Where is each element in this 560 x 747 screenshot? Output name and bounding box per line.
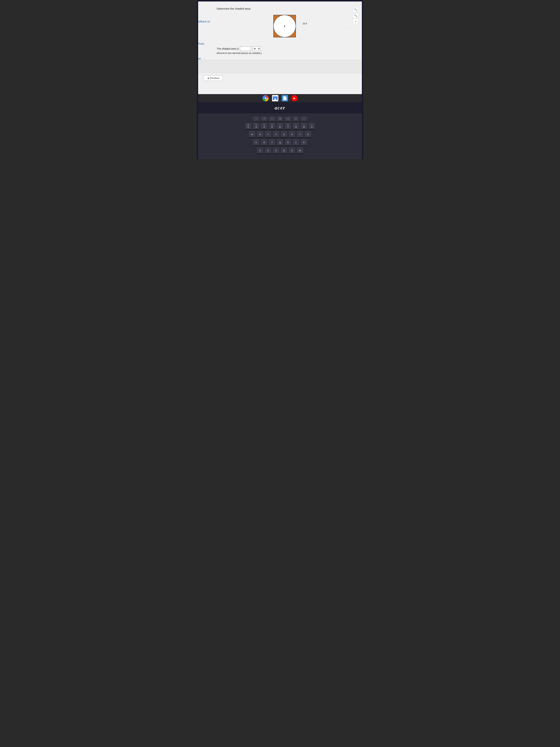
youtube-taskbar-icon[interactable]: ▶ (291, 95, 298, 101)
files-taskbar-icon[interactable]: 📄 (282, 95, 288, 101)
diagram-svg: 16 ft (272, 13, 301, 43)
key-9[interactable]: (9 (300, 123, 308, 130)
dimension-label: 16 ft (302, 22, 307, 25)
key-n[interactable]: n (289, 147, 296, 154)
key-v[interactable]: v (273, 147, 279, 154)
key-r[interactable]: r (265, 131, 272, 138)
key-w[interactable]: w (249, 131, 256, 138)
gmail-taskbar-icon[interactable] (272, 95, 278, 101)
number-row: @2 #3 $4 %5 ^6 &7 *8 (9 (200, 123, 360, 130)
key-refresh[interactable]: ↺ (261, 116, 268, 122)
key-multiwindow[interactable]: ⊞ (276, 116, 284, 122)
unit-select[interactable]: ft² ft in² in (252, 47, 261, 51)
key-0[interactable]: )0 (308, 123, 315, 130)
key-search[interactable]: ⌕ (300, 116, 308, 122)
key-x[interactable]: x (257, 147, 264, 154)
diagram-container: 16 ft (217, 13, 356, 43)
key-8[interactable]: *8 (292, 123, 299, 130)
answer-label: The shaded area is (217, 47, 239, 50)
fn-row: → ↺ □ ⊞ ◯ ◎ ⌕ (200, 116, 360, 122)
key-y[interactable]: y (281, 131, 288, 138)
key-h[interactable]: h (285, 139, 292, 146)
gray-area (198, 60, 362, 73)
chrome-taskbar-icon[interactable] (262, 95, 269, 101)
answer-row: The shaded area is ft² ft in² in (217, 47, 356, 51)
asdf-row: s d f g h j k (200, 139, 360, 146)
key-i[interactable]: i (296, 131, 303, 138)
key-f[interactable]: f (268, 139, 275, 146)
round-note: (Round to two decimal places as needed.) (217, 52, 356, 54)
main-content: Determine the shaded area. 16 ft (217, 7, 356, 54)
key-t[interactable]: t (273, 131, 279, 138)
key-7[interactable]: &7 (285, 123, 292, 130)
key-k[interactable]: k (300, 139, 308, 146)
key-4[interactable]: $4 (261, 123, 268, 130)
key-3[interactable]: #3 (252, 123, 260, 130)
web-content: edback on Tools se 🔍 🔍 ↗ ..... Determine… (198, 1, 362, 94)
previous-button[interactable]: ◄ Previous (204, 75, 222, 81)
zxcv-row: x c v b n m (200, 147, 360, 154)
key-5[interactable]: %5 (268, 123, 275, 130)
zoom-in-button[interactable]: 🔍 (353, 7, 358, 12)
key-e[interactable]: e (257, 131, 264, 138)
key-j[interactable]: j (292, 139, 299, 146)
problem-title: Determine the shaded area. (217, 7, 356, 10)
key-d[interactable]: d (261, 139, 268, 146)
acer-brand-bar: acer (198, 102, 362, 113)
sidebar-tools-link[interactable]: Tools (198, 42, 204, 45)
key-s[interactable]: s (252, 139, 260, 146)
key-g[interactable]: g (276, 139, 284, 146)
acer-logo: acer (275, 105, 285, 111)
screen-bezel: edback on Tools se 🔍 🔍 ↗ ..... Determine… (197, 0, 363, 159)
svg-point-2 (284, 26, 285, 27)
taskbar: 📄 ▶ (198, 94, 362, 102)
key-c[interactable]: c (265, 147, 272, 154)
key-u[interactable]: u (289, 131, 296, 138)
nav-row: ◄ Previous (198, 73, 362, 83)
key-m[interactable]: m (296, 147, 303, 154)
key-mute[interactable]: ◯ (285, 116, 292, 122)
qwerty-row: w e r t y u i o (200, 131, 360, 138)
key-brightness[interactable]: ◎ (292, 116, 299, 122)
key-2[interactable]: @2 (245, 123, 252, 130)
page-inner: edback on Tools se 🔍 🔍 ↗ ..... Determine… (198, 5, 362, 56)
answer-input[interactable] (240, 47, 251, 51)
key-screen[interactable]: □ (268, 116, 275, 122)
key-b[interactable]: b (281, 147, 288, 154)
key-6[interactable]: ^6 (276, 123, 284, 130)
key-o[interactable]: o (304, 131, 312, 138)
keyboard-area: → ↺ □ ⊞ ◯ ◎ ⌕ @2 #3 $4 %5 ^6 (198, 113, 362, 159)
key-arrow[interactable]: → (252, 116, 260, 122)
sidebar-se-link[interactable]: se (198, 57, 201, 60)
sidebar-feedback-link[interactable]: edback on (198, 20, 210, 23)
